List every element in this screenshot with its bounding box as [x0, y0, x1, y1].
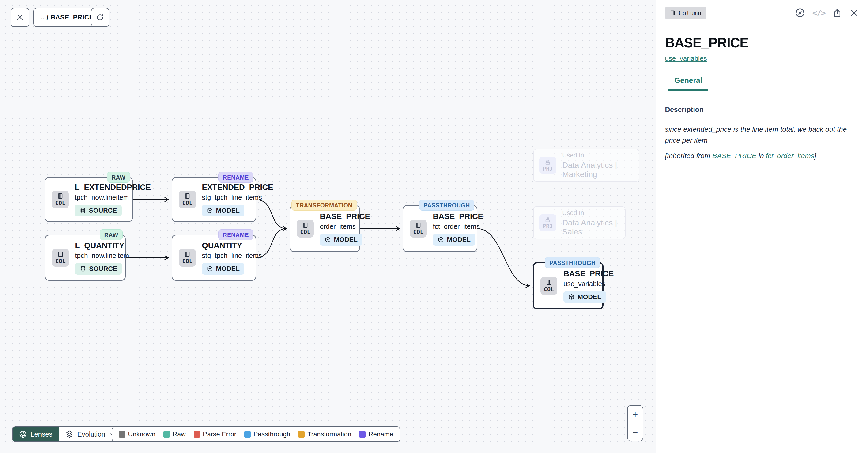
- node-title: L_QUANTITY: [75, 241, 124, 250]
- node-base-price-use-variables[interactable]: PASSTHROUGH COL BASE_PRICE use_variables…: [533, 262, 603, 309]
- cube-icon: [207, 207, 213, 214]
- node-base-price-order-items[interactable]: TRANSFORMATION COL BASE_PRICE order_item…: [289, 205, 360, 252]
- project-icon: [545, 217, 551, 223]
- legend-label: Unknown: [128, 430, 155, 438]
- column-title: BASE_PRICE: [665, 35, 859, 51]
- node-subtitle: order_items: [320, 223, 356, 230]
- inherited-mid: in: [756, 152, 766, 160]
- node-quantity[interactable]: RENAME COL QUANTITY stg_tpch_line_items …: [172, 235, 256, 281]
- legend-item-unknown: Unknown: [119, 430, 155, 438]
- node-subtitle: fct_order_items: [433, 223, 480, 230]
- column-kind-chip: COL: [52, 191, 69, 208]
- node-type-label: MODEL: [216, 207, 240, 214]
- evolution-badge: RAW: [107, 172, 130, 182]
- used-in-name: Data Analytics | Marketing: [562, 161, 633, 179]
- project-kind-chip: PRJ: [539, 214, 556, 231]
- lenses-control: Lenses Evolution: [12, 426, 123, 442]
- database-icon: [80, 265, 86, 272]
- legend-item-rename: Rename: [359, 430, 393, 438]
- zoom-out-button[interactable]: −: [628, 423, 643, 441]
- tab-general[interactable]: General: [668, 76, 708, 91]
- legend-item-raw: Raw: [163, 430, 186, 438]
- used-in-label: Used In: [562, 209, 619, 217]
- node-type-badge: MODEL: [433, 234, 475, 246]
- legend-item-transformation: Transformation: [298, 430, 351, 438]
- layers-icon: [65, 430, 73, 438]
- evolution-badge: PASSTHROUGH: [419, 200, 474, 210]
- inherited-model-link[interactable]: fct_order_items: [766, 152, 814, 160]
- evolution-badge: RENAME: [218, 172, 253, 182]
- node-title: QUANTITY: [202, 241, 242, 250]
- node-subtitle: tpch_now.lineitem: [75, 252, 129, 260]
- panel-tabs: General: [665, 76, 859, 91]
- node-l-extendedprice[interactable]: RAW COL L_EXTENDEDPRICE tpch_now.lineite…: [44, 177, 133, 222]
- detail-panel: Column </> BASE_PRICE use_variables Gene…: [656, 0, 868, 453]
- used-in-node-marketing[interactable]: PRJ Used In Data Analytics | Marketing: [533, 148, 640, 182]
- explore-lineage-button[interactable]: [795, 7, 805, 18]
- zoom-in-button[interactable]: +: [628, 405, 643, 423]
- lenses-button[interactable]: Lenses: [13, 427, 59, 442]
- evolution-badge: RENAME: [218, 229, 253, 240]
- inherited-prefix: [Inherited from: [665, 152, 712, 160]
- column-kind-label: COL: [55, 258, 65, 264]
- breadcrumb-label: .. / BASE_PRICE: [41, 13, 94, 21]
- used-in-node-sales[interactable]: PRJ Used In Data Analytics | Sales: [533, 206, 626, 239]
- node-type-badge: MODEL: [563, 291, 606, 303]
- legend-item-passthrough: Passthrough: [244, 430, 290, 438]
- entity-type-label: Column: [679, 9, 702, 17]
- lineage-canvas[interactable]: .. / BASE_PRICE RAW COL L_EXTENDEDPRICE …: [0, 0, 656, 453]
- column-kind-label: COL: [544, 286, 554, 293]
- legend-swatch: [244, 431, 251, 437]
- column-kind-chip: COL: [52, 249, 69, 266]
- view-code-button[interactable]: </>: [812, 8, 825, 18]
- node-title: BASE_PRICE: [433, 212, 483, 221]
- node-subtitle: tpch_now.lineitem: [75, 194, 129, 201]
- legend-item-parse-error: Parse Error: [194, 430, 236, 438]
- node-type-label: MODEL: [216, 265, 240, 273]
- inherited-from-line: [Inherited from BASE_PRICE in fct_order_…: [665, 152, 859, 160]
- legend-swatch: [119, 431, 125, 437]
- lineage-app: { "toolbar": { "breadcrumb": ".. / BASE_…: [0, 0, 868, 453]
- zoom-controls: + −: [627, 405, 643, 441]
- legend-label: Transformation: [307, 430, 351, 438]
- legend-swatch: [359, 431, 366, 437]
- column-kind-chip: COL: [179, 191, 196, 208]
- column-icon: [546, 279, 552, 286]
- inherited-suffix: ]: [814, 152, 816, 160]
- share-icon: [832, 8, 842, 18]
- node-extended-price[interactable]: RENAME COL EXTENDED_PRICE stg_tpch_line_…: [172, 177, 256, 222]
- node-l-quantity[interactable]: RAW COL L_QUANTITY tpch_now.lineitem SOU…: [45, 235, 126, 281]
- evolution-badge: PASSTHROUGH: [545, 257, 600, 268]
- cube-icon: [324, 236, 331, 243]
- column-kind-label: COL: [182, 200, 192, 206]
- aperture-icon: [19, 430, 27, 438]
- cube-icon: [437, 236, 444, 243]
- close-graph-button[interactable]: [10, 8, 29, 27]
- column-kind-label: COL: [300, 229, 310, 235]
- close-icon: [16, 13, 24, 21]
- node-base-price-fct-order-items[interactable]: PASSTHROUGH COL BASE_PRICE fct_order_ite…: [403, 205, 477, 252]
- node-type-badge: SOURCE: [75, 205, 122, 217]
- legend-swatch: [194, 431, 200, 437]
- node-subtitle: stg_tpch_line_items: [202, 252, 262, 260]
- description-label: Description: [665, 106, 859, 114]
- entity-type-badge: Column: [665, 6, 706, 19]
- used-in-name: Data Analytics | Sales: [562, 218, 619, 236]
- lenses-label: Lenses: [30, 430, 53, 438]
- column-kind-label: COL: [413, 229, 423, 235]
- close-panel-button[interactable]: [849, 8, 859, 18]
- refresh-button[interactable]: [91, 8, 109, 27]
- node-title: BASE_PRICE: [563, 269, 614, 278]
- column-icon: [670, 10, 676, 16]
- column-kind-chip: COL: [410, 220, 427, 237]
- share-button[interactable]: [832, 8, 842, 18]
- column-kind-label: COL: [55, 200, 65, 206]
- node-type-label: MODEL: [578, 293, 601, 301]
- model-link[interactable]: use_variables: [665, 55, 707, 62]
- cube-icon: [568, 294, 575, 300]
- inherited-column-link[interactable]: BASE_PRICE: [712, 152, 756, 160]
- node-type-label: SOURCE: [89, 207, 117, 214]
- evolution-badge: RAW: [100, 229, 123, 240]
- detail-panel-header: Column </>: [656, 0, 868, 26]
- view-label: Evolution: [78, 430, 105, 438]
